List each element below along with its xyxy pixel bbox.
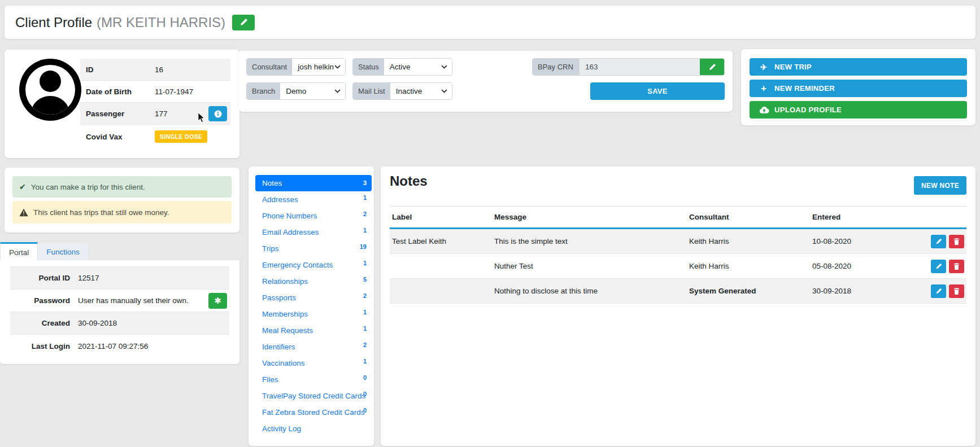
mail-list-group: Mail List Inactive (352, 82, 452, 100)
count-badge: 1 (363, 222, 367, 239)
count-badge: 1 (363, 321, 367, 337)
notes-table: Label Message Consultant Entered Test La… (390, 206, 966, 304)
tab-functions[interactable]: Functions (38, 243, 88, 261)
sidebar-item-memberships[interactable]: Memberships1 (255, 306, 372, 322)
chevron-down-icon (334, 89, 341, 93)
sidebar-item-travelpay-cards[interactable]: TravelPay Stored Credit Cards0 (255, 388, 372, 404)
status-selected-value: Active (390, 63, 411, 71)
consultant-selected-value: josh helkin (298, 63, 334, 71)
branch-selected-value: Demo (286, 87, 306, 95)
status-select[interactable]: Active (384, 59, 452, 75)
check-icon: ✔ (19, 182, 26, 191)
count-badge: 2 (363, 206, 367, 222)
sidebar-item-emergency-contacts[interactable]: Emergency Contacts1 (255, 257, 372, 273)
sidebar-item-trips[interactable]: Trips19 (255, 240, 372, 257)
sidebar-item-addresses[interactable]: Addresses1 (255, 191, 372, 208)
count-badge: 1 (363, 304, 367, 321)
passenger-info-button[interactable] (208, 106, 227, 121)
edit-client-button[interactable] (232, 15, 255, 30)
profile-info-table: ID 16 Date of Birth 11-07-1947 Passenger… (80, 59, 230, 148)
sidebar-item-activity-log[interactable]: Activity Log (255, 420, 372, 437)
portal-row-created: Created 30-09-2018 (10, 312, 229, 335)
passenger-value: 177 (155, 109, 168, 118)
pencil-icon (935, 263, 942, 270)
nav-label: Addresses (262, 195, 298, 204)
mail-list-select[interactable]: Inactive (390, 83, 452, 99)
new-trip-label: NEW TRIP (774, 63, 812, 71)
sidebar-item-files[interactable]: Files0 (255, 371, 372, 388)
upload-profile-button[interactable]: UPLOAD PROFILE (750, 101, 967, 119)
chevron-down-icon (334, 65, 341, 69)
col-consultant: Consultant (689, 213, 812, 221)
edit-note-button[interactable] (931, 260, 946, 273)
sidebar-item-passports[interactable]: Passports2 (255, 290, 372, 306)
delete-note-button[interactable] (949, 235, 964, 248)
bpay-crn-group: BPay CRN 163 (532, 58, 725, 76)
sidebar-item-meal-requests[interactable]: Meal Requests1 (255, 322, 372, 339)
note-label: Test Label Keith (390, 237, 494, 246)
pencil-icon (935, 238, 942, 245)
asterisk-icon: ✱ (214, 296, 221, 306)
notes-table-header: Label Message Consultant Entered (390, 207, 966, 229)
sidebar-item-identifiers[interactable]: Identifiers2 (255, 339, 372, 355)
delete-note-button[interactable] (949, 284, 964, 298)
nav-label: Passports (262, 293, 296, 302)
nav-label: Relationships (262, 277, 308, 286)
note-row: Nothing to disclose at this time System … (390, 279, 966, 304)
last-login-label: Last Login (15, 342, 70, 350)
new-trip-button[interactable]: ✈ NEW TRIP (750, 58, 967, 76)
info-icon (214, 110, 222, 118)
tab-portal[interactable]: Portal (0, 242, 38, 261)
count-badge: 2 (363, 337, 367, 353)
nav-label: Emergency Contacts (262, 261, 333, 269)
new-reminder-button[interactable]: + NEW REMINDER (750, 80, 967, 97)
status-group: Status Active (352, 58, 452, 76)
sidebar-item-notes[interactable]: Notes3 (255, 175, 372, 191)
branch-group: Branch Demo (246, 82, 346, 100)
delete-note-button[interactable] (949, 260, 964, 273)
nav-label: Email Addresses (262, 228, 319, 236)
covid-vax-label: Covid Vax (86, 133, 155, 141)
bpay-crn-value: 163 (580, 59, 700, 75)
new-note-button[interactable]: NEW NOTE (914, 176, 966, 195)
branch-select[interactable]: Demo (280, 83, 345, 99)
trash-icon (953, 263, 960, 270)
chevron-down-icon (441, 89, 447, 93)
client-sections-card: Notes3 Addresses1 Phone Numbers2 Email A… (249, 166, 374, 446)
save-button[interactable]: SAVE (590, 82, 725, 100)
count-badge: 0 (363, 386, 367, 402)
portal-row-password: Password User has manually set their own… (10, 290, 229, 312)
nav-label: Memberships (262, 310, 308, 318)
sidebar-item-relationships[interactable]: Relationships5 (255, 273, 372, 290)
trash-icon (953, 238, 960, 245)
reset-password-button[interactable]: ✱ (208, 293, 227, 309)
portal-card: Portal ID 12517 Password User has manual… (0, 260, 239, 364)
sidebar-item-phone-numbers[interactable]: Phone Numbers2 (255, 208, 372, 224)
note-consultant: Keith Harris (689, 237, 812, 246)
edit-note-button[interactable] (931, 235, 946, 248)
sidebar-item-fat-zebra-cards[interactable]: Fat Zebra Stored Credit Cards0 (255, 404, 372, 420)
profile-summary-card: ID 16 Date of Birth 11-07-1947 Passenger… (5, 50, 239, 158)
success-alert-text: You can make a trip for this client. (31, 183, 145, 191)
count-badge: 19 (360, 239, 367, 255)
profile-row-passenger: Passenger 177 (80, 103, 230, 125)
nav-label: Meal Requests (262, 326, 313, 335)
edit-note-button[interactable] (931, 284, 946, 298)
bpay-crn-edit-button[interactable] (700, 59, 724, 75)
count-badge: 2 (363, 288, 367, 304)
trip-eligible-alert: ✔ You can make a trip for this client. (12, 176, 232, 198)
note-row: Nuther Test Keith Harris 05-08-2020 (390, 254, 966, 279)
nav-label: Notes (262, 179, 282, 187)
consultant-select[interactable]: josh helkin (292, 59, 345, 75)
col-entered: Entered (812, 213, 901, 221)
count-badge: 1 (363, 353, 367, 370)
branch-label: Branch (247, 83, 280, 99)
col-label: Label (390, 213, 494, 221)
count-badge: 5 (363, 271, 367, 288)
sidebar-item-email-addresses[interactable]: Email Addresses1 (255, 224, 372, 240)
dob-value: 11-07-1947 (155, 87, 193, 96)
quick-actions-card: ✈ NEW TRIP + NEW REMINDER UPLOAD PROFILE (741, 49, 975, 125)
nav-label: Files (262, 375, 278, 384)
upload-profile-label: UPLOAD PROFILE (774, 106, 842, 114)
sidebar-item-vaccinations[interactable]: Vaccinations1 (255, 355, 372, 371)
